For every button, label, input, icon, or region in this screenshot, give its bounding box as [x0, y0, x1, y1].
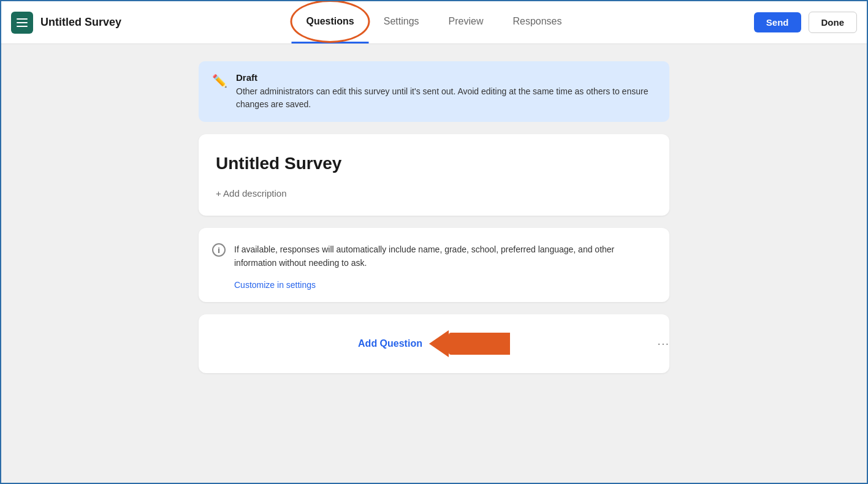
customize-in-settings-link[interactable]: Customize in settings	[234, 280, 656, 290]
header-left: Untitled Survey	[11, 12, 183, 34]
draft-title: Draft	[236, 72, 656, 83]
draft-banner: ✏️ Draft Other administrators can edit t…	[199, 61, 669, 122]
orange-arrow-annotation	[430, 330, 510, 357]
tab-preview[interactable]: Preview	[434, 1, 498, 43]
info-text: If available, responses will automatical…	[234, 243, 656, 270]
add-description-link[interactable]: + Add description	[216, 188, 652, 199]
app-header: Untitled Survey Questions Settings Previ…	[1, 1, 867, 44]
draft-body: Other administrators can edit this surve…	[236, 85, 656, 111]
survey-card-title[interactable]: Untitled Survey	[216, 154, 652, 173]
tab-settings[interactable]: Settings	[369, 1, 434, 43]
send-button[interactable]: Send	[754, 12, 801, 32]
header-survey-title: Untitled Survey	[40, 16, 121, 29]
pencil-icon: ✏️	[212, 74, 227, 88]
tab-questions[interactable]: Questions	[292, 1, 369, 43]
draft-text-block: Draft Other administrators can edit this…	[236, 72, 656, 111]
survey-title-card: Untitled Survey + Add description	[199, 134, 669, 216]
info-icon: i	[212, 243, 226, 257]
arrow-body	[449, 333, 510, 355]
arrow-head	[429, 330, 449, 357]
info-card: i If available, responses will automatic…	[199, 228, 669, 302]
main-content: ✏️ Draft Other administrators can edit t…	[189, 44, 679, 398]
three-dots-menu[interactable]: ···	[657, 336, 669, 350]
nav-tabs: Questions Settings Preview Responses	[292, 1, 577, 43]
add-question-inner: Add Question	[358, 330, 510, 357]
add-question-button[interactable]: Add Question	[358, 338, 422, 349]
add-question-card: Add Question ···	[199, 314, 669, 373]
header-right: Send Done	[754, 12, 857, 33]
info-card-content: i If available, responses will automatic…	[212, 243, 656, 270]
done-button[interactable]: Done	[809, 12, 858, 33]
tab-responses[interactable]: Responses	[498, 1, 576, 43]
hamburger-menu-icon[interactable]	[11, 12, 33, 34]
